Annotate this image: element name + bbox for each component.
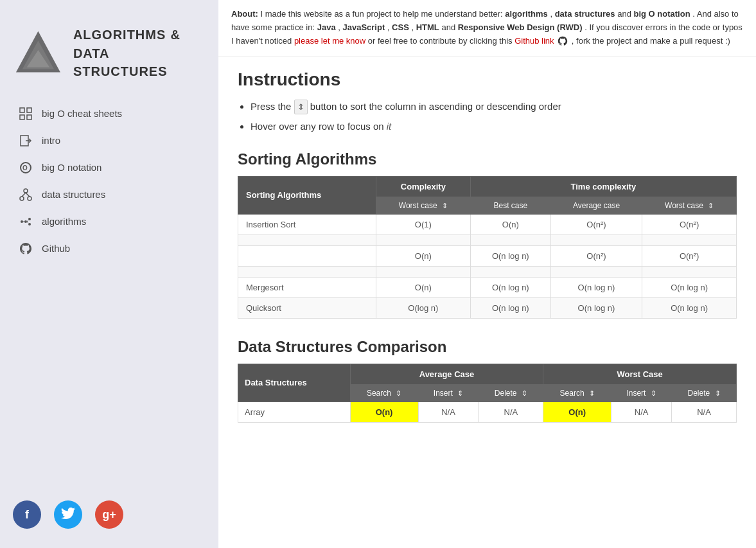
nav-list: big O cheat sheets intro O big O notatio… bbox=[0, 100, 218, 488]
worst-time-cell: O(n log n) bbox=[642, 297, 737, 318]
twitter-icon bbox=[61, 508, 75, 522]
best-time-cell bbox=[470, 266, 550, 277]
avg-time-header[interactable]: Average case bbox=[550, 197, 642, 214]
sort-arrow-worst-search: ⇕ bbox=[589, 389, 595, 398]
sidebar-item-label: algorithms bbox=[42, 216, 86, 227]
avg-search-header[interactable]: Search ⇕ bbox=[350, 384, 418, 402]
worst-time-header[interactable]: Worst case ⇕ bbox=[642, 197, 737, 214]
avg-search-cell: O(n) bbox=[350, 402, 418, 422]
main-content: About: I made this website as a fun proj… bbox=[218, 0, 756, 548]
instruction-2: Hover over any row to focus on it bbox=[251, 119, 737, 134]
avg-search-label: Search bbox=[367, 389, 391, 398]
sort-arrow-avg-insert: ⇕ bbox=[457, 389, 463, 398]
about-label: About: bbox=[231, 9, 258, 19]
ds-name: Array bbox=[238, 402, 351, 422]
notice-text7: , bbox=[411, 22, 416, 32]
svg-rect-3 bbox=[20, 108, 24, 112]
best-time-header[interactable]: Best case bbox=[470, 197, 550, 214]
dots-icon bbox=[16, 215, 35, 229]
logo-icon bbox=[13, 28, 64, 79]
avg-delete-header[interactable]: Delete ⇕ bbox=[479, 384, 543, 402]
logo-ampersand: & bbox=[170, 28, 180, 42]
best-time-cell: O(n log n) bbox=[470, 277, 550, 297]
algo-name: Insertion Sort bbox=[238, 214, 376, 234]
gplus-button[interactable]: g+ bbox=[95, 500, 123, 529]
algo-name bbox=[238, 245, 376, 266]
algo-name bbox=[238, 266, 376, 277]
avg-insert-label: Insert bbox=[434, 389, 453, 398]
avg-time-cell: O(n²) bbox=[550, 214, 642, 234]
sorting-algo-header: Sorting Algorithms bbox=[238, 176, 376, 214]
complexity-header: Complexity bbox=[376, 176, 470, 197]
sidebar-item-label: Github bbox=[42, 243, 70, 254]
avg-time-cell: O(n²) bbox=[550, 245, 642, 266]
svg-point-11 bbox=[24, 189, 28, 193]
sidebar-item-label: big O cheat sheets bbox=[42, 108, 122, 119]
top-notice: About: I made this website as a fun proj… bbox=[218, 0, 756, 57]
worst-search-cell: O(n) bbox=[543, 402, 611, 422]
notice-text6: , bbox=[387, 22, 392, 32]
sort-arrow-complexity: ⇕ bbox=[442, 202, 448, 210]
sort-arrow-avg-delete: ⇕ bbox=[522, 389, 527, 398]
notice-text8: and bbox=[441, 22, 457, 32]
best-time-cell: O(n) bbox=[470, 214, 550, 234]
sort-arrow-avg-search: ⇕ bbox=[396, 389, 401, 398]
instruction-2-text: Hover over any row to focus on it bbox=[251, 121, 391, 132]
svg-point-12 bbox=[20, 197, 24, 200]
best-time-label: Best case bbox=[493, 201, 527, 210]
gplus-label: g+ bbox=[102, 508, 116, 522]
worst-delete-cell: N/A bbox=[672, 402, 737, 422]
facebook-button[interactable]: f bbox=[13, 500, 41, 529]
worst-delete-header[interactable]: Delete ⇕ bbox=[672, 384, 737, 402]
sidebar-item-algorithms[interactable]: algorithms bbox=[10, 208, 218, 235]
sort-arrow-worst-insert: ⇕ bbox=[651, 389, 656, 398]
sorting-title: Sorting Algorithms bbox=[238, 150, 737, 168]
worst-search-label: Search bbox=[560, 389, 585, 398]
sort-arrow-worst-delete: ⇕ bbox=[715, 389, 721, 398]
twitter-button[interactable] bbox=[54, 500, 82, 529]
worst-complexity-cell: O(1) bbox=[376, 214, 470, 234]
svg-rect-4 bbox=[27, 108, 31, 112]
instructions-section: Instructions Press the ⇕ button to sort … bbox=[238, 69, 737, 134]
worst-complexity-cell bbox=[376, 234, 470, 245]
worst-time-cell: O(n²) bbox=[642, 245, 737, 266]
avg-insert-header[interactable]: Insert ⇕ bbox=[418, 384, 479, 402]
svg-point-13 bbox=[28, 197, 31, 200]
avg-time-cell bbox=[550, 266, 642, 277]
sidebar-item-label: data structures bbox=[42, 189, 105, 200]
table-row bbox=[238, 234, 737, 245]
worst-insert-header[interactable]: Insert ⇕ bbox=[611, 384, 672, 402]
sidebar-item-github[interactable]: Github bbox=[10, 235, 218, 262]
notice-bold4: Java bbox=[317, 22, 336, 32]
sidebar-item-intro[interactable]: intro bbox=[10, 127, 218, 154]
svg-rect-6 bbox=[27, 115, 31, 119]
sidebar-item-big-o-cheat[interactable]: big O cheat sheets bbox=[10, 100, 218, 127]
time-header: Time complexity bbox=[470, 176, 736, 197]
sidebar-item-label: big O notation bbox=[42, 162, 101, 173]
avg-delete-label: Delete bbox=[495, 389, 517, 398]
worst-search-header[interactable]: Search ⇕ bbox=[543, 384, 611, 402]
github-link[interactable]: Github link bbox=[514, 36, 554, 46]
notice-bold5: JavaScript bbox=[342, 22, 385, 32]
sidebar-item-big-o[interactable]: O big O notation bbox=[10, 154, 218, 181]
notice-text1: I made this website as a fun project to … bbox=[261, 9, 505, 19]
worst-time-label: Worst case bbox=[665, 201, 703, 210]
svg-line-22 bbox=[27, 222, 28, 223]
svg-text:O: O bbox=[22, 164, 28, 172]
notice-bold7: HTML bbox=[416, 22, 439, 32]
notice-text11: , fork the project and make a pull reque… bbox=[572, 36, 730, 46]
github-icon bbox=[16, 242, 35, 256]
ds-name-header: Data Structures bbox=[238, 364, 351, 402]
worst-complexity-label: Worst case bbox=[399, 201, 437, 210]
best-time-cell bbox=[470, 234, 550, 245]
sort-icon: ⇕ bbox=[294, 100, 308, 115]
signin-icon bbox=[16, 134, 35, 148]
highlight-text: it bbox=[387, 121, 392, 132]
best-time-cell: O(n log n) bbox=[470, 297, 550, 318]
sidebar-item-data-structures[interactable]: data structures bbox=[10, 181, 218, 208]
worst-complexity-header[interactable]: Worst case ⇕ bbox=[376, 197, 470, 214]
please-link[interactable]: please let me know bbox=[294, 36, 365, 46]
worst-complexity-cell: O(log n) bbox=[376, 297, 470, 318]
avg-time-label: Average case bbox=[573, 201, 620, 210]
worst-insert-label: Insert bbox=[626, 389, 646, 398]
